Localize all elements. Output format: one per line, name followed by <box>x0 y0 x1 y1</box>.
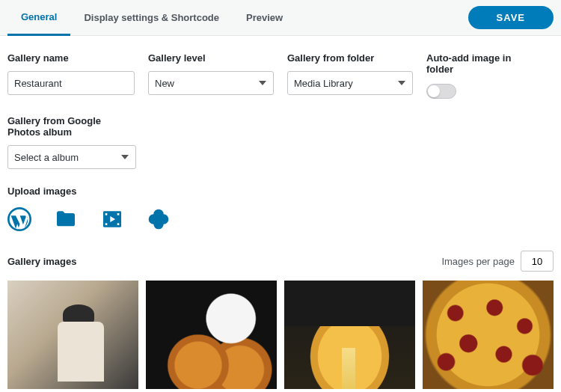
gallery-thumb[interactable] <box>7 281 138 389</box>
video-icon[interactable] <box>100 207 124 231</box>
field-gallery-name: Gallery name <box>7 52 135 99</box>
gallery-thumb[interactable] <box>423 281 554 389</box>
gallery-thumb[interactable] <box>146 281 277 389</box>
gallery-grid <box>7 281 554 389</box>
label-gallery-from-folder: Gallery from folder <box>287 52 413 64</box>
gallery-thumb[interactable] <box>284 281 415 389</box>
label-images-per-page: Images per page <box>441 256 515 267</box>
label-google-photos: Gallery from Google Photos album <box>7 115 136 138</box>
label-auto-add: Auto-add image in folder <box>426 52 539 75</box>
folder-icon[interactable] <box>54 207 78 231</box>
toggle-knob <box>428 85 440 97</box>
label-gallery-level: Gallery level <box>148 52 274 64</box>
tab-display-settings[interactable]: Display settings & Shortcode <box>70 0 233 36</box>
field-auto-add: Auto-add image in folder <box>426 52 539 99</box>
field-gallery-level: Gallery level New <box>148 52 274 99</box>
svg-point-0 <box>8 208 30 230</box>
input-gallery-name[interactable] <box>7 71 135 95</box>
google-photos-icon[interactable] <box>147 207 171 231</box>
select-google-photos[interactable]: Select a album <box>7 145 136 169</box>
svg-rect-4 <box>117 213 120 215</box>
svg-rect-2 <box>105 213 108 215</box>
save-button[interactable]: SAVE <box>468 6 554 29</box>
wordpress-icon[interactable] <box>7 207 31 231</box>
section-gallery-title: Gallery images <box>7 256 77 267</box>
input-images-per-page[interactable] <box>521 251 554 272</box>
tab-bar: General Display settings & Shortcode Pre… <box>0 0 561 36</box>
upload-icons-row <box>7 207 554 231</box>
svg-rect-3 <box>105 223 108 225</box>
field-gallery-from-folder: Gallery from folder Media Library <box>287 52 413 99</box>
toggle-auto-add[interactable] <box>426 84 456 99</box>
gallery-header: Gallery images Images per page <box>7 251 554 272</box>
tab-preview[interactable]: Preview <box>233 0 296 36</box>
select-gallery-level[interactable]: New <box>148 71 274 95</box>
select-gallery-from-folder[interactable]: Media Library <box>287 71 413 95</box>
field-google-photos: Gallery from Google Photos album Select … <box>7 115 136 169</box>
section-upload-title: Upload images <box>7 186 554 197</box>
tab-general[interactable]: General <box>7 0 70 36</box>
svg-rect-5 <box>117 223 120 225</box>
label-gallery-name: Gallery name <box>7 52 135 64</box>
